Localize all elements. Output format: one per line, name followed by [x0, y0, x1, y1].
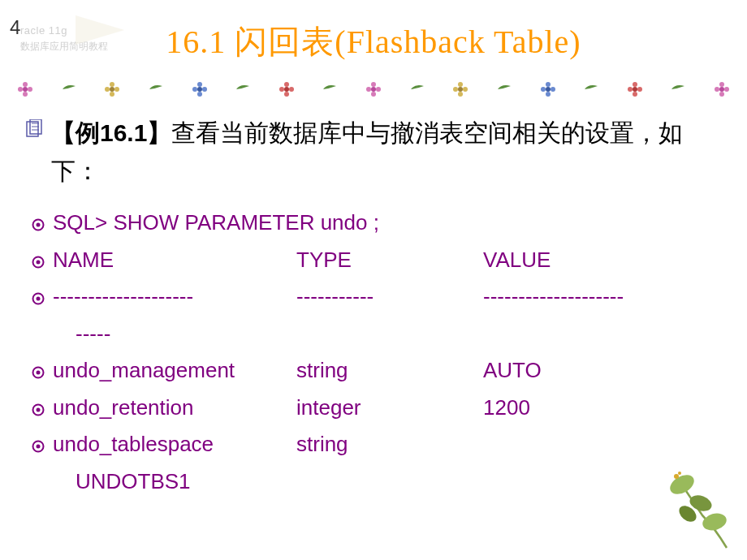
flower-icon: [365, 80, 382, 98]
svg-point-22: [376, 87, 381, 92]
sql-data-row: undo_retention integer 1200: [53, 390, 723, 427]
leaf-icon: [408, 80, 426, 98]
flower-icon: [103, 80, 121, 98]
svg-point-64: [701, 510, 728, 532]
header-value: VALUE: [483, 242, 551, 279]
flower-icon: [191, 80, 209, 98]
svg-point-20: [371, 87, 376, 92]
svg-point-51: [37, 223, 41, 227]
svg-point-15: [284, 87, 289, 92]
svg-point-16: [284, 82, 289, 87]
flower-icon: [626, 80, 644, 98]
svg-point-3: [23, 92, 28, 97]
sql-data-row: undo_management string AUTO: [53, 352, 723, 390]
svg-point-26: [458, 82, 463, 87]
svg-point-33: [546, 92, 551, 97]
bullet-icon: [32, 352, 45, 390]
paragraph-bullet-icon: [24, 119, 44, 150]
sql-header-row: NAME TYPE VALUE: [53, 242, 723, 279]
header-type: TYPE: [296, 242, 483, 279]
svg-point-12: [202, 87, 207, 92]
slide-title: 16.1 闪回表(Flashback Table): [0, 0, 747, 64]
example-label: 【例16.1】: [51, 119, 171, 146]
svg-point-4: [18, 87, 23, 92]
header-name: NAME: [53, 242, 296, 279]
svg-point-5: [110, 87, 114, 92]
svg-point-35: [633, 87, 637, 92]
svg-point-39: [628, 87, 633, 92]
svg-point-32: [551, 87, 555, 92]
svg-point-28: [458, 92, 463, 97]
svg-point-21: [371, 82, 376, 87]
svg-point-19: [279, 87, 284, 92]
svg-point-37: [637, 87, 642, 92]
flower-icon: [451, 80, 469, 98]
svg-point-7: [114, 87, 119, 92]
sql-command-line: SQL> SHOW PARAMETER undo ;: [53, 205, 723, 242]
leaf-icon: [495, 80, 513, 98]
sql-output-block: SQL> SHOW PARAMETER undo ; NAME TYPE VAL…: [28, 205, 723, 500]
bullet-icon: [32, 205, 45, 242]
sep-name: --------------------: [53, 278, 296, 316]
svg-point-1: [23, 82, 28, 87]
svg-point-23: [371, 92, 376, 97]
svg-point-10: [197, 87, 202, 92]
svg-point-18: [284, 92, 289, 97]
svg-point-43: [719, 92, 724, 97]
svg-point-31: [546, 82, 551, 87]
sql-command-text: SQL> SHOW PARAMETER undo ;: [53, 205, 723, 242]
flower-icon: [278, 80, 296, 98]
svg-point-24: [366, 87, 371, 92]
svg-point-61: [37, 445, 41, 449]
sep-name-cont: -----: [76, 316, 110, 353]
svg-point-53: [37, 260, 41, 264]
svg-point-25: [458, 87, 463, 92]
svg-point-57: [37, 371, 41, 375]
page-number: 4: [10, 16, 20, 39]
sql-data-row: undo_tablespace string: [53, 426, 723, 463]
svg-point-14: [192, 87, 197, 92]
svg-point-29: [453, 87, 458, 92]
svg-point-6: [110, 82, 114, 87]
svg-point-55: [37, 297, 41, 301]
svg-point-44: [715, 87, 719, 92]
svg-point-34: [541, 87, 546, 92]
row-value-wrapped: UNDOTBS1: [76, 463, 191, 501]
leaf-icon: [147, 80, 165, 98]
svg-point-9: [105, 87, 110, 92]
flower-icon: [16, 80, 34, 98]
row-value: AUTO: [483, 352, 542, 390]
bullet-icon: [32, 390, 45, 427]
leaf-icon: [669, 80, 687, 98]
svg-point-59: [37, 407, 41, 411]
svg-point-0: [23, 87, 28, 92]
leaf-icon: [234, 80, 252, 98]
row-type: integer: [296, 390, 483, 427]
bullet-icon: [32, 278, 45, 316]
sep-type: -----------: [296, 278, 483, 316]
flower-icon: [713, 80, 731, 98]
leaf-icon: [321, 80, 339, 98]
sql-separator-row: -------------------- ----------- -------…: [53, 278, 723, 316]
sql-data-row-wrap: UNDOTBS1: [53, 463, 723, 501]
svg-point-13: [197, 92, 202, 97]
slide-body: 【例16.1】查看当前数据库中与撤消表空间相关的设置，如下： SQL> SHOW…: [0, 114, 747, 500]
sql-separator-wrap: -----: [53, 316, 723, 353]
leaf-icon: [60, 80, 78, 98]
svg-point-17: [289, 87, 294, 92]
bullet-icon: [32, 242, 45, 279]
svg-point-38: [633, 92, 637, 97]
svg-point-30: [546, 87, 551, 92]
row-name: undo_tablespace: [53, 426, 296, 463]
row-type: string: [296, 426, 483, 463]
sep-value: --------------------: [483, 278, 624, 316]
row-name: undo_retention: [53, 390, 296, 427]
svg-point-42: [724, 87, 729, 92]
leaf-icon: [582, 80, 600, 98]
decorative-divider: [16, 80, 731, 100]
svg-point-2: [28, 87, 32, 92]
svg-point-11: [197, 82, 202, 87]
svg-point-8: [110, 92, 114, 97]
row-type: string: [296, 352, 483, 390]
bullet-icon: [32, 426, 45, 463]
